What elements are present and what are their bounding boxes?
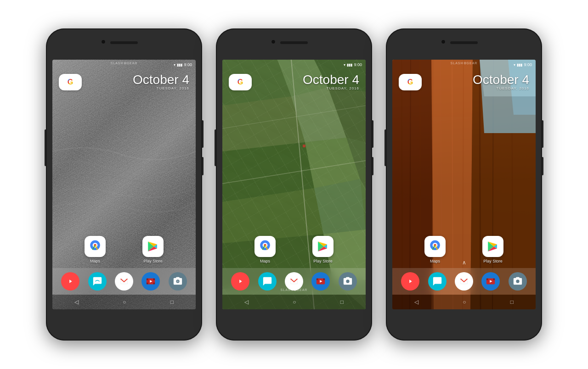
playstore-app-1[interactable]: Play Store xyxy=(142,236,164,263)
google-search-btn-2[interactable]: G xyxy=(229,74,252,90)
date-display-1: October 4 TUESDAY, 2016 xyxy=(133,73,189,90)
maps-label-3: Maps xyxy=(430,259,440,263)
svg-rect-8 xyxy=(153,279,155,280)
time-1: 9:00 xyxy=(184,62,192,67)
vol-left-3 xyxy=(384,129,386,166)
playstore-svg-2 xyxy=(315,238,331,255)
duo-dock-2[interactable] xyxy=(258,272,277,291)
power-btn-1 xyxy=(202,120,204,148)
signal-icon-2: ▮▮▮ xyxy=(347,63,352,67)
recents-btn-3[interactable]: □ xyxy=(510,299,514,305)
wifi-icon-2: ▾ xyxy=(344,63,345,67)
playstore-svg-3 xyxy=(485,238,501,255)
wifi-icon-1: ▾ xyxy=(174,63,175,67)
screen-2: ▾ ▮▮▮ 9:00 SLASH⚙GEAR G October 4 TUESDA… xyxy=(222,60,366,309)
svg-marker-20 xyxy=(222,142,314,202)
maps-icon-2[interactable] xyxy=(254,236,276,257)
status-bar-2: ▾ ▮▮▮ 9:00 xyxy=(222,60,366,70)
playstore-label-1: Play Store xyxy=(143,259,163,263)
playstore-icon-3[interactable] xyxy=(482,236,503,257)
back-btn-1[interactable]: ◁ xyxy=(74,299,79,305)
camera-dock-1[interactable] xyxy=(169,272,187,291)
vol-btn-2 xyxy=(372,157,373,175)
app-icons-2: Maps xyxy=(222,236,366,263)
youtube-dock-2[interactable] xyxy=(231,272,249,291)
svg-rect-58 xyxy=(493,279,495,280)
watermark-3: SLASH⚙GEAR xyxy=(451,62,478,65)
recents-btn-1[interactable]: □ xyxy=(170,299,174,305)
movies-dock-1[interactable] xyxy=(141,272,160,291)
date-main-2: October 4 xyxy=(303,73,359,86)
playstore-svg-1 xyxy=(145,238,161,255)
svg-marker-18 xyxy=(291,87,346,142)
back-btn-3[interactable]: ◁ xyxy=(414,299,418,305)
home-btn-2[interactable]: ○ xyxy=(293,299,296,305)
svg-marker-35 xyxy=(239,280,242,283)
svg-rect-57 xyxy=(486,279,488,280)
date-widget-2: G October 4 TUESDAY, 2016 xyxy=(222,73,366,90)
camera-dock-3[interactable] xyxy=(509,272,527,291)
maps-app-1[interactable]: Maps xyxy=(85,236,106,263)
svg-rect-7 xyxy=(147,279,148,280)
vol-btn-3 xyxy=(542,157,543,175)
svg-marker-22 xyxy=(346,138,366,188)
time-2: 9:00 xyxy=(354,62,362,67)
playstore-app-2[interactable]: Play Store xyxy=(312,236,334,263)
movies-dock-3[interactable] xyxy=(481,272,500,291)
google-search-btn-1[interactable]: G xyxy=(59,74,82,90)
svg-rect-10 xyxy=(153,283,155,285)
phone-2: ▾ ▮▮▮ 9:00 SLASH⚙GEAR G October 4 TUESDA… xyxy=(216,28,372,341)
svg-line-29 xyxy=(222,161,366,184)
speaker-1 xyxy=(110,41,138,44)
maps-icon-3[interactable] xyxy=(424,236,446,257)
camera-hardware-3 xyxy=(441,39,446,44)
nav-bar-3: ◁ ○ □ xyxy=(392,295,536,309)
vol-left-1 xyxy=(45,129,46,166)
app-icons-3: Maps xyxy=(392,236,536,263)
nav-bar-1: ◁ ○ □ xyxy=(52,295,196,309)
gmail-dock-1[interactable] xyxy=(115,272,133,291)
movies-dock-2[interactable] xyxy=(311,272,330,291)
home-btn-1[interactable]: ○ xyxy=(123,299,126,305)
camera-dock-2[interactable] xyxy=(339,272,357,291)
speaker-2 xyxy=(280,41,308,44)
playstore-app-3[interactable]: Play Store xyxy=(482,236,503,263)
wifi-icon-3: ▾ xyxy=(514,63,515,67)
date-sub-1: TUESDAY, 2016 xyxy=(133,86,189,90)
date-display-2: October 4 TUESDAY, 2016 xyxy=(303,73,359,90)
signal-icon-3: ▮▮▮ xyxy=(517,63,522,67)
phone-3: ▾ ▮▮▮ 9:00 SLASH⚙GEAR G October 4 TUESDA… xyxy=(386,28,542,341)
date-sub-3: TUESDAY, 2016 xyxy=(473,86,529,90)
youtube-dock-1[interactable] xyxy=(61,272,79,291)
phone-1: ▾ ▮▮▮ 9:00 SLASH⚙GEAR G October 4 TUESDA… xyxy=(46,28,202,341)
maps-app-3[interactable]: Maps xyxy=(424,236,446,263)
maps-icon-1[interactable] xyxy=(85,236,106,257)
camera-hardware-1 xyxy=(101,39,106,44)
svg-rect-38 xyxy=(317,279,318,280)
duo-dock-1[interactable] xyxy=(88,272,107,291)
svg-line-30 xyxy=(222,106,366,129)
phone-body-2: ▾ ▮▮▮ 9:00 SLASH⚙GEAR G October 4 TUESDA… xyxy=(216,28,372,341)
duo-dock-3[interactable] xyxy=(428,272,447,291)
home-btn-3[interactable]: ○ xyxy=(463,299,466,305)
maps-svg-1 xyxy=(87,238,103,255)
time-3: 9:00 xyxy=(524,62,532,67)
playstore-icon-1[interactable] xyxy=(142,236,164,257)
phone-body-3: ▾ ▮▮▮ 9:00 SLASH⚙GEAR G October 4 TUESDA… xyxy=(386,28,542,341)
date-widget-1: G October 4 TUESDAY, 2016 xyxy=(52,73,196,90)
status-right-3: ▾ ▮▮▮ 9:00 xyxy=(514,62,532,67)
youtube-dock-3[interactable] xyxy=(401,272,419,291)
recents-btn-2[interactable]: □ xyxy=(340,299,344,305)
svg-point-40 xyxy=(346,280,349,283)
vol-btn-1 xyxy=(202,157,204,175)
gmail-dock-3[interactable] xyxy=(455,272,473,291)
gmail-dock-2[interactable] xyxy=(285,272,303,291)
google-search-btn-3[interactable]: G xyxy=(399,74,422,90)
date-main-3: October 4 xyxy=(473,73,529,86)
svg-point-12 xyxy=(176,280,179,283)
playstore-icon-2[interactable] xyxy=(312,236,334,257)
maps-app-2[interactable]: Maps xyxy=(254,236,276,263)
back-btn-2[interactable]: ◁ xyxy=(244,299,249,305)
google-g-2: G xyxy=(237,78,243,86)
nav-bar-2: ◁ ○ □ xyxy=(222,295,366,309)
